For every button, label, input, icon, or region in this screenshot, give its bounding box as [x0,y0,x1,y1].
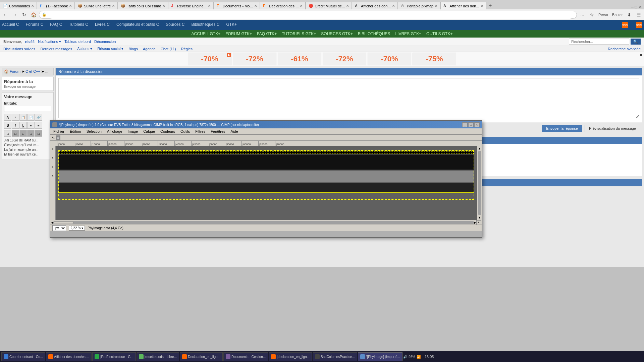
tab-2[interactable]: f (1) Facebook ✕ [37,2,75,9]
chat-link[interactable]: Chat (11) [161,47,176,51]
color-btn-2[interactable]: □ [12,130,19,137]
search-button[interactable]: 🔍 [631,39,641,45]
editor-font-size-btn[interactable]: A [12,114,19,121]
taskbar-btn-7[interactable]: |declaration_en_lign... [269,352,312,361]
breadcrumb-forum[interactable]: Forum [10,69,20,73]
gimp-unit-select[interactable]: px [52,225,66,231]
home-button[interactable]: 🏠 [30,11,38,19]
gimp-scroll-right[interactable]: ▶ [474,221,476,224]
tab-close-10[interactable]: ✕ [435,4,437,8]
tab-3[interactable]: 📦 Suivre une lettre ✕ [75,2,118,9]
gimp-scrollbar-h[interactable]: ◀ ▶ + [50,220,482,225]
nav-perso[interactable]: Perso [597,13,609,17]
tab-8[interactable]: 🔴 Crédit Mutuel de... ✕ [306,2,352,9]
username-link[interactable]: nic44 [25,40,35,44]
tab-close-3[interactable]: ✕ [112,4,115,8]
italic-button[interactable]: I [12,122,19,129]
nav-gtk-sources[interactable]: SOURCES GTK+ [321,32,353,36]
ad-item-6[interactable]: -75% [413,53,456,65]
nav-gtk-bibliotheques[interactable]: BIBLIOTHÈQUES [358,32,390,36]
nav-boulot[interactable]: Boulot [611,13,624,17]
ad-item-5[interactable]: -70% [368,53,411,65]
gimp-scroll-down[interactable]: ▼ [478,216,481,219]
nav-gtk-livres[interactable]: LIVRES GTK+ [395,32,421,36]
gimp-menu-selection[interactable]: Sélection [84,129,104,134]
gimp-corner-btn[interactable]: + [476,220,481,225]
taskbar-btn-4[interactable]: |recettes.ods - Libre... [137,352,179,361]
new-tab-button[interactable]: + [486,2,494,9]
gimp-menu-affichage[interactable]: Affichage [104,129,125,134]
link-derniers[interactable]: Derniers messages [40,47,72,51]
gimp-restore-btn[interactable]: □ [468,122,474,127]
tab-close-7[interactable]: ✕ [300,4,303,8]
nav-sources[interactable]: Sources C [166,22,184,28]
tab-close-8[interactable]: ✕ [346,4,349,8]
rules-link[interactable]: Règles [181,47,193,51]
color-btn-5[interactable]: □ [35,130,42,137]
link-agenda[interactable]: Agenda [143,47,156,51]
breadcrumb-cpp[interactable]: C et C++ [25,69,40,73]
message-editor[interactable] [58,78,639,118]
underline-button[interactable]: U [19,122,27,129]
ad-item-2[interactable]: -72% [233,53,276,65]
nav-extra-1[interactable]: ··· [578,11,586,19]
taskbar-btn-3[interactable]: |ProElectronique - G... [92,352,136,361]
tab-1[interactable]: 📄 Commandes ✕ [0,2,37,9]
bold-button[interactable]: B [4,122,11,129]
window-close[interactable]: ✕ [639,5,642,9]
nav-gtk-tutoriels[interactable]: TUTORIELS GTK+ [282,32,316,36]
dashboard-link[interactable]: Tableau de bord [64,40,91,44]
color-btn-4[interactable]: □ [27,130,35,137]
tab-10[interactable]: W Portable pixmap ✕ [398,2,441,9]
tab-5[interactable]: J Reverse Engine... ✕ [168,2,213,9]
editor-copy-btn[interactable]: 📋 [19,114,27,121]
ad-item-1[interactable]: -70% ▶ [188,53,231,65]
window-minimize[interactable]: – [631,5,634,9]
tab-close-2[interactable]: ✕ [69,4,72,8]
taskbar-btn-8[interactable]: BadColumnsPractice... [313,352,357,361]
taskbar-btn-1[interactable]: Courrier entrant - Co... [1,352,45,361]
nav-gtk-accueil[interactable]: ACCUEIL GTK+ [192,32,221,36]
taskbar-btn-2[interactable]: Afficher des données ... [46,352,92,361]
gimp-menu-calque[interactable]: Calque [141,129,158,134]
logout-link[interactable]: Déconnexion [94,40,116,44]
gimp-canvas[interactable] [56,146,477,220]
nav-compilateurs[interactable]: Compilateurs et outils C [116,22,159,28]
back-button[interactable]: ← [1,11,9,19]
link-reseau[interactable]: Réseau social ▾ [97,47,123,51]
tab-9[interactable]: A Afficher des don... ✕ [352,2,397,9]
window-restore[interactable]: □ [635,5,637,9]
gimp-scrollbar-v[interactable]: ▲ ▼ [477,146,482,220]
intitule-input[interactable] [4,106,51,112]
link-discussions[interactable]: Discussions suivies [3,47,35,51]
align-left-btn[interactable]: ≡ [27,122,35,129]
nav-gtk-forum[interactable]: FORUM GTK+ [225,32,252,36]
nav-forums[interactable]: Forums C [26,22,44,28]
volume-icon[interactable]: 🔊 [403,355,407,359]
tab-close-5[interactable]: ✕ [208,4,211,8]
link-blogs[interactable]: Blogs [128,47,138,51]
nav-faq[interactable]: FAQ C [50,22,62,28]
gimp-menu-outils[interactable]: Outils [178,129,193,134]
tab-close-6[interactable]: ✕ [254,4,257,8]
editor-paste-btn[interactable]: 📄 [27,114,35,121]
link-actions[interactable]: Actions ▾ [77,47,92,51]
ad-item-3[interactable]: -61% [278,53,321,65]
gimp-menu-couleurs[interactable]: Couleurs [158,129,178,134]
nav-gtk-faq[interactable]: FAQ GTK+ [257,32,277,36]
gimp-minimize-btn[interactable]: _ [462,122,468,127]
gimp-menu-aide[interactable]: Aide [228,129,241,134]
nav-gtk-outils[interactable]: OUTILS GTK+ [426,32,452,36]
nav-livres[interactable]: Livres C [95,22,110,28]
gimp-scroll-thumb-h[interactable] [53,221,73,224]
taskbar-btn-5[interactable]: Declaration_en_lign... [180,352,223,361]
gimp-menu-fenetres[interactable]: Fenêtres [208,129,228,134]
gimp-menu-filtres[interactable]: Filtres [193,129,208,134]
nav-download-icon[interactable]: ⬇ [625,11,633,19]
tab-6[interactable]: F Documents - Mo... ✕ [214,2,260,9]
nav-gtk[interactable]: GTK+ [226,22,237,28]
notifications-link[interactable]: Notifications ▾ [38,40,61,44]
refresh-button[interactable]: ↻ [20,11,28,19]
tab-close-1[interactable]: ✕ [31,4,34,8]
gimp-crosshair[interactable]: ⊕ [56,135,60,140]
